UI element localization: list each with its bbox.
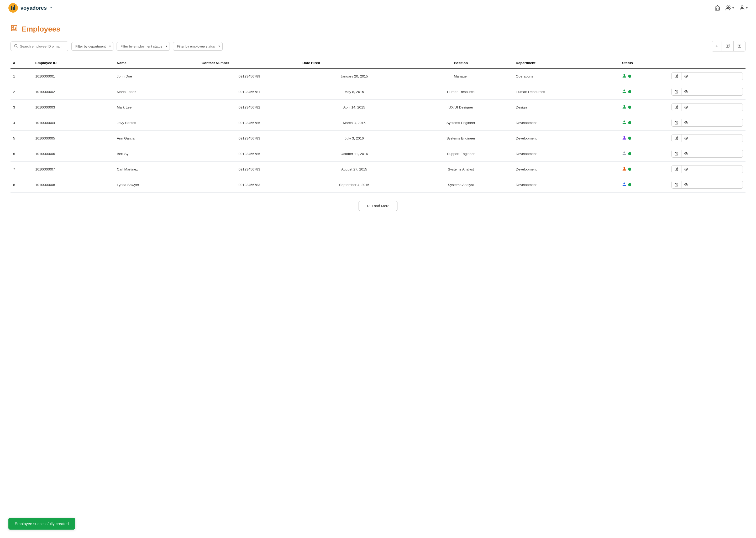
search-input[interactable] xyxy=(20,44,62,48)
edit-button[interactable] xyxy=(672,119,682,126)
cell-actions xyxy=(669,68,745,84)
view-button[interactable] xyxy=(682,88,691,95)
cell-status xyxy=(620,68,669,84)
edit-button[interactable] xyxy=(672,181,682,188)
cell-name: Maria Lopez xyxy=(114,84,199,100)
table-header: # Employee ID Name Contact Number Date H… xyxy=(11,58,745,68)
cell-employee-id: 1010000002 xyxy=(33,84,114,100)
import-button[interactable] xyxy=(722,41,734,51)
page-title-icon xyxy=(11,25,18,34)
cell-department: Development xyxy=(513,146,620,162)
view-button[interactable] xyxy=(682,103,691,111)
view-button[interactable] xyxy=(682,134,691,142)
row-actions xyxy=(672,88,743,96)
edit-button[interactable] xyxy=(672,150,682,157)
table-row: 7 1010000007 Carl Martinez 09123456783 A… xyxy=(11,162,745,177)
plus-icon: + xyxy=(716,44,718,49)
col-date-hired: Date Hired xyxy=(300,58,408,68)
table-row: 6 1010000006 Bert Sy 09123456785 October… xyxy=(11,146,745,162)
header-nav: ▾ ▾ xyxy=(715,5,748,11)
view-icon xyxy=(684,136,688,140)
cell-position: Support Engineer xyxy=(408,146,513,162)
cell-status xyxy=(620,100,669,115)
logo-text: voyadores xyxy=(21,5,47,11)
cell-num: 2 xyxy=(11,84,33,100)
department-filter[interactable]: Filter by department xyxy=(71,42,114,51)
add-employee-button[interactable]: + xyxy=(712,41,722,51)
view-button[interactable] xyxy=(682,166,691,173)
status-dot xyxy=(628,168,631,171)
view-button[interactable] xyxy=(682,119,691,126)
row-actions xyxy=(672,119,743,127)
edit-icon xyxy=(675,105,678,109)
svg-point-5 xyxy=(741,6,743,8)
view-button[interactable] xyxy=(682,73,691,80)
cell-status xyxy=(620,177,669,192)
export-button[interactable] xyxy=(734,41,745,51)
refresh-icon: ↻ xyxy=(367,204,370,208)
svg-point-18 xyxy=(685,138,687,139)
user-button[interactable]: ▾ xyxy=(739,5,748,11)
team-button[interactable]: ▾ xyxy=(726,5,734,11)
team-icon xyxy=(726,5,731,11)
team-chevron: ▾ xyxy=(732,6,734,10)
employment-status-filter[interactable]: Filter by employment status xyxy=(117,42,170,51)
cell-status xyxy=(620,84,669,100)
main-content: Employees Filter by department Filter by… xyxy=(0,16,756,219)
home-icon xyxy=(715,5,720,11)
view-icon xyxy=(684,90,688,93)
cell-position: Systems Analyst xyxy=(408,177,513,192)
cell-position: Systems Analyst xyxy=(408,162,513,177)
cell-employee-id: 1010000007 xyxy=(33,162,114,177)
edit-button[interactable] xyxy=(672,103,682,111)
edit-button[interactable] xyxy=(672,88,682,95)
cell-name: Lynda Sawyer xyxy=(114,177,199,192)
svg-point-17 xyxy=(685,122,687,123)
cell-contact: 09123456785 xyxy=(199,115,300,131)
col-position: Position xyxy=(408,58,513,68)
cell-status xyxy=(620,115,669,131)
load-more-label: Load More xyxy=(372,204,390,208)
svg-point-7 xyxy=(13,27,14,28)
svg-rect-3 xyxy=(14,5,15,10)
cell-name: Bert Sy xyxy=(114,146,199,162)
edit-icon xyxy=(675,121,678,125)
svg-rect-6 xyxy=(12,26,17,31)
view-icon xyxy=(684,152,688,155)
table-row: 1 1010000001 John Doe 09123456789 Januar… xyxy=(11,68,745,84)
edit-button[interactable] xyxy=(672,73,682,80)
cell-department: Operations xyxy=(513,68,620,84)
person-status-icon xyxy=(622,74,627,79)
view-icon xyxy=(684,167,688,171)
logo-tm: ™ xyxy=(49,7,52,10)
cell-status xyxy=(620,146,669,162)
svg-rect-2 xyxy=(13,7,14,10)
toolbar-buttons: + xyxy=(712,41,745,51)
col-num: # xyxy=(11,58,33,68)
edit-icon xyxy=(675,136,678,140)
view-button[interactable] xyxy=(682,150,691,157)
cell-contact: 09123456785 xyxy=(199,146,300,162)
search-box xyxy=(11,41,68,51)
cell-employee-id: 1010000006 xyxy=(33,146,114,162)
export-icon xyxy=(737,44,741,49)
cell-actions xyxy=(669,162,745,177)
edit-button[interactable] xyxy=(672,166,682,173)
edit-icon xyxy=(675,152,678,155)
load-more-button[interactable]: ↻ Load More xyxy=(358,201,398,211)
import-icon xyxy=(726,44,730,49)
table-row: 2 1010000002 Maria Lopez 09123456781 May… xyxy=(11,84,745,100)
svg-point-4 xyxy=(727,6,729,8)
person-status-icon xyxy=(622,105,627,110)
department-filter-wrapper: Filter by department xyxy=(71,42,114,51)
edit-button[interactable] xyxy=(672,134,682,142)
cell-employee-id: 1010000008 xyxy=(33,177,114,192)
row-actions xyxy=(672,150,743,158)
cell-date-hired: July 3, 2016 xyxy=(300,131,408,146)
cell-department: Human Resources xyxy=(513,84,620,100)
employee-status-filter[interactable]: Filter by employee status xyxy=(173,42,223,51)
col-name: Name xyxy=(114,58,199,68)
cell-department: Design xyxy=(513,100,620,115)
home-button[interactable] xyxy=(715,5,720,11)
view-button[interactable] xyxy=(682,181,691,188)
